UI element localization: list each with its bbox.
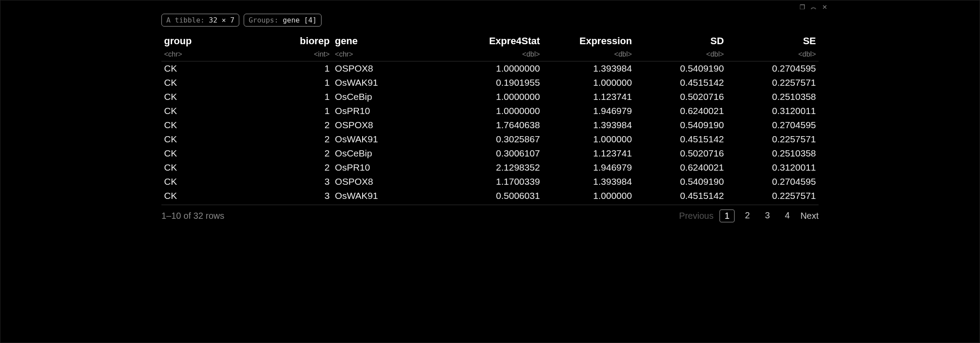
cell: 0.5409190 bbox=[635, 175, 727, 189]
cell: 0.4515142 bbox=[635, 189, 727, 203]
cell: 1.0000000 bbox=[451, 90, 543, 104]
pager-previous[interactable]: Previous bbox=[679, 211, 714, 221]
cell: 1.393984 bbox=[543, 118, 635, 132]
column-type: <dbl> bbox=[543, 49, 635, 61]
column-header[interactable]: gene bbox=[332, 33, 450, 49]
cell: 0.1901955 bbox=[451, 76, 543, 90]
close-icon[interactable]: ✕ bbox=[822, 4, 827, 11]
tibble-viewer-panel: ❐ ︽ ✕ A tibble: 32 × 7 Groups: gene [4] … bbox=[151, 0, 829, 343]
cell: 1.946979 bbox=[543, 160, 635, 175]
cell: 0.2510358 bbox=[727, 90, 819, 104]
row-summary: 1–10 of 32 rows bbox=[161, 211, 224, 221]
cell: CK bbox=[161, 76, 286, 90]
cell: 1.123741 bbox=[543, 146, 635, 160]
table-row[interactable]: CK2OSPOX81.76406381.3939840.54091900.270… bbox=[161, 118, 819, 132]
table-row[interactable]: CK1OsWAK910.19019551.0000000.45151420.22… bbox=[161, 76, 819, 90]
cell: 0.4515142 bbox=[635, 76, 727, 90]
cell: 2 bbox=[286, 132, 332, 146]
cell: 0.5020716 bbox=[635, 146, 727, 160]
groups-prefix: Groups: bbox=[249, 16, 283, 24]
cell: CK bbox=[161, 132, 286, 146]
column-header[interactable]: Expression bbox=[543, 33, 635, 49]
popout-icon[interactable]: ❐ bbox=[800, 4, 805, 11]
cell: OsWAK91 bbox=[332, 132, 450, 146]
table-row[interactable]: CK3OsWAK910.50060311.0000000.45151420.22… bbox=[161, 189, 819, 203]
cell: 0.6240021 bbox=[635, 160, 727, 175]
column-type: <chr> bbox=[161, 49, 286, 61]
tibble-dims-badge: A tibble: 32 × 7 bbox=[161, 14, 239, 27]
pager-page[interactable]: 2 bbox=[741, 210, 754, 222]
cell: OsCeBip bbox=[332, 146, 450, 160]
cell: 0.2257571 bbox=[727, 76, 819, 90]
cell: 0.5006031 bbox=[451, 189, 543, 203]
cell: 1.7640638 bbox=[451, 118, 543, 132]
cell: OsPR10 bbox=[332, 160, 450, 175]
column-header[interactable]: SE bbox=[727, 33, 819, 49]
cell: CK bbox=[161, 104, 286, 118]
cell: 2.1298352 bbox=[451, 160, 543, 175]
cell: 1.000000 bbox=[543, 189, 635, 203]
table-row[interactable]: CK3OSPOX81.17003391.3939840.54091900.270… bbox=[161, 175, 819, 189]
cell: CK bbox=[161, 146, 286, 160]
table-row[interactable]: CK1OsCeBip1.00000001.1237410.50207160.25… bbox=[161, 90, 819, 104]
cell: 0.4515142 bbox=[635, 132, 727, 146]
cell: 2 bbox=[286, 160, 332, 175]
table-row[interactable]: CK2OsWAK910.30258671.0000000.45151420.22… bbox=[161, 132, 819, 146]
cell: 0.5409190 bbox=[635, 61, 727, 76]
table-row[interactable]: CK1OSPOX81.00000001.3939840.54091900.270… bbox=[161, 61, 819, 76]
cell: 0.3006107 bbox=[451, 146, 543, 160]
column-header[interactable]: group bbox=[161, 33, 286, 49]
cell: 0.3025867 bbox=[451, 132, 543, 146]
column-header[interactable]: biorep bbox=[286, 33, 332, 49]
meta-badges: A tibble: 32 × 7 Groups: gene [4] bbox=[161, 14, 819, 27]
cell: 1.1700339 bbox=[451, 175, 543, 189]
cell: CK bbox=[161, 90, 286, 104]
cell: 2 bbox=[286, 118, 332, 132]
table-row[interactable]: CK2OsCeBip0.30061071.1237410.50207160.25… bbox=[161, 146, 819, 160]
pager: Previous 1234 Next bbox=[679, 210, 819, 222]
cell: OsCeBip bbox=[332, 90, 450, 104]
column-header[interactable]: SD bbox=[635, 33, 727, 49]
pager-pages: 1234 bbox=[720, 210, 794, 222]
panel-toolbar: ❐ ︽ ✕ bbox=[800, 3, 827, 11]
cell: 1 bbox=[286, 76, 332, 90]
pager-next[interactable]: Next bbox=[800, 211, 819, 221]
cell: 1.393984 bbox=[543, 175, 635, 189]
column-header[interactable]: Expre4Stat bbox=[451, 33, 543, 49]
cell: 0.2257571 bbox=[727, 132, 819, 146]
cell: OSPOX8 bbox=[332, 61, 450, 76]
cell: 1.0000000 bbox=[451, 104, 543, 118]
cell: 0.2704595 bbox=[727, 118, 819, 132]
table-row[interactable]: CK1OsPR101.00000001.9469790.62400210.312… bbox=[161, 104, 819, 118]
column-type: <dbl> bbox=[635, 49, 727, 61]
pager-page[interactable]: 3 bbox=[761, 210, 774, 222]
cell: 0.5020716 bbox=[635, 90, 727, 104]
tibble-dims-value: 32 × 7 bbox=[209, 16, 234, 24]
column-type: <int> bbox=[286, 49, 332, 61]
table-types-row: <chr><int><chr><dbl><dbl><dbl><dbl> bbox=[161, 49, 819, 61]
collapse-icon[interactable]: ︽ bbox=[811, 3, 817, 11]
pager-page[interactable]: 1 bbox=[720, 210, 734, 222]
cell: 1.000000 bbox=[543, 76, 635, 90]
cell: CK bbox=[161, 118, 286, 132]
table-body: CK1OSPOX81.00000001.3939840.54091900.270… bbox=[161, 61, 819, 203]
cell: 0.2704595 bbox=[727, 61, 819, 76]
pager-page[interactable]: 4 bbox=[781, 210, 794, 222]
cell: OsPR10 bbox=[332, 104, 450, 118]
cell: 3 bbox=[286, 175, 332, 189]
cell: 0.2510358 bbox=[727, 146, 819, 160]
cell: 2 bbox=[286, 146, 332, 160]
column-type: <dbl> bbox=[727, 49, 819, 61]
cell: 0.3120011 bbox=[727, 104, 819, 118]
cell: 1.946979 bbox=[543, 104, 635, 118]
cell: 1.123741 bbox=[543, 90, 635, 104]
table-row[interactable]: CK2OsPR102.12983521.9469790.62400210.312… bbox=[161, 160, 819, 175]
tibble-dims-prefix: A tibble: bbox=[166, 16, 209, 24]
cell: 1.0000000 bbox=[451, 61, 543, 76]
cell: CK bbox=[161, 175, 286, 189]
table-header-row: groupbiorepgeneExpre4StatExpressionSDSE bbox=[161, 33, 819, 49]
cell: CK bbox=[161, 61, 286, 76]
cell: 1 bbox=[286, 90, 332, 104]
pager-row: 1–10 of 32 rows Previous 1234 Next bbox=[161, 205, 819, 222]
data-table: groupbiorepgeneExpre4StatExpressionSDSE … bbox=[161, 33, 819, 203]
